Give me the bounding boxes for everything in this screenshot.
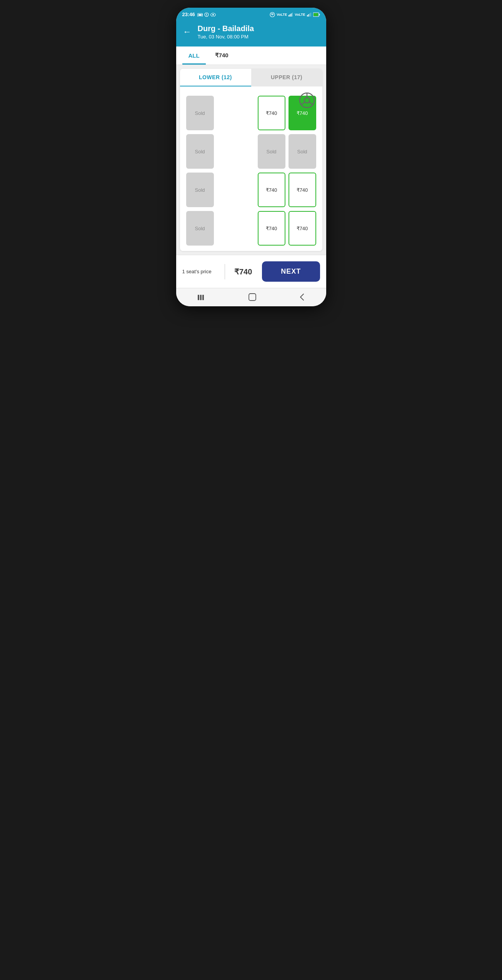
price-amount: ₹740 xyxy=(234,267,257,276)
route-datetime: Tue, 03 Nov, 08:00 PM xyxy=(198,34,254,40)
seats-area: Sold Sold Sold Sold xyxy=(186,96,316,246)
svg-rect-15 xyxy=(309,13,310,17)
status-app-icons xyxy=(197,12,216,17)
berth-upper-tab[interactable]: UPPER (17) xyxy=(251,69,322,86)
svg-rect-14 xyxy=(308,14,309,17)
svg-rect-19 xyxy=(319,14,320,15)
svg-rect-27 xyxy=(202,295,204,300)
seat-row-4: ₹740 ₹740 xyxy=(258,211,316,246)
right-seat-column: ₹740 ₹740 Sold Sold xyxy=(258,96,316,246)
bottom-bar: 1 seat's price ₹740 NEXT xyxy=(176,255,326,288)
svg-rect-9 xyxy=(289,15,289,17)
svg-rect-12 xyxy=(292,13,293,17)
svg-rect-25 xyxy=(198,295,199,300)
seat-L1[interactable]: Sold xyxy=(186,96,214,130)
left-seat-column: Sold Sold Sold Sold xyxy=(186,96,214,246)
svg-rect-10 xyxy=(290,14,290,17)
tab-bar: ALL ₹740 xyxy=(176,47,326,65)
seat-L4[interactable]: Sold xyxy=(186,211,214,246)
seats-label: 1 seat's price xyxy=(182,269,216,274)
steering-wheel-icon xyxy=(299,92,315,109)
svg-rect-28 xyxy=(249,294,256,301)
seat-container: LOWER (12) UPPER (17) Sold xyxy=(180,69,322,251)
route-title: Durg - Bailadila xyxy=(198,24,254,33)
nav-back-icon[interactable] xyxy=(299,293,305,303)
phone-frame: 23:46 VoLTE VoLTE ← Durg - Bailadila Tue… xyxy=(176,8,326,306)
header: ← Durg - Bailadila Tue, 03 Nov, 08:00 PM xyxy=(176,20,326,47)
seat-R4B[interactable]: ₹740 xyxy=(289,211,316,246)
svg-rect-13 xyxy=(307,15,308,17)
next-button[interactable]: NEXT xyxy=(262,261,320,282)
svg-point-8 xyxy=(272,14,273,15)
seat-R3A[interactable]: ₹740 xyxy=(258,173,285,207)
svg-point-21 xyxy=(304,98,310,103)
price-divider xyxy=(225,264,225,279)
seat-R3B[interactable]: ₹740 xyxy=(289,173,316,207)
seat-L3[interactable]: Sold xyxy=(186,173,214,207)
seat-R1A[interactable]: ₹740 xyxy=(258,96,285,130)
time-display: 23:46 xyxy=(182,12,195,17)
svg-rect-26 xyxy=(200,295,202,300)
svg-rect-1 xyxy=(198,14,202,16)
berth-lower-tab[interactable]: LOWER (12) xyxy=(180,69,251,86)
nav-menu-icon[interactable] xyxy=(197,294,206,302)
svg-rect-18 xyxy=(314,13,318,16)
bus-layout: Sold Sold Sold Sold xyxy=(180,86,322,251)
nav-home-icon[interactable] xyxy=(248,293,257,303)
svg-line-23 xyxy=(301,102,305,105)
seat-R4A[interactable]: ₹740 xyxy=(258,211,285,246)
nav-bar xyxy=(176,288,326,306)
seat-R2B[interactable]: Sold xyxy=(289,134,316,169)
back-button[interactable]: ← xyxy=(182,26,192,38)
status-bar: 23:46 VoLTE VoLTE xyxy=(176,8,326,20)
seat-row-2: Sold Sold xyxy=(258,134,316,169)
seat-L2[interactable]: Sold xyxy=(186,134,214,169)
seat-row-3: ₹740 ₹740 xyxy=(258,173,316,207)
status-time: 23:46 xyxy=(182,12,216,17)
tab-all[interactable]: ALL xyxy=(182,47,206,65)
tab-price[interactable]: ₹740 xyxy=(209,47,235,65)
seat-R2A[interactable]: Sold xyxy=(258,134,285,169)
status-right-icons: VoLTE VoLTE xyxy=(270,12,320,17)
svg-rect-4 xyxy=(206,13,207,15)
header-title: Durg - Bailadila Tue, 03 Nov, 08:00 PM xyxy=(198,24,254,40)
svg-rect-5 xyxy=(206,15,207,16)
svg-line-24 xyxy=(309,102,313,105)
price-info: 1 seat's price xyxy=(182,269,216,274)
svg-rect-11 xyxy=(291,13,292,17)
svg-rect-2 xyxy=(202,14,203,15)
svg-rect-16 xyxy=(310,13,311,17)
svg-point-6 xyxy=(212,14,214,15)
berth-tabs: LOWER (12) UPPER (17) xyxy=(180,69,322,86)
